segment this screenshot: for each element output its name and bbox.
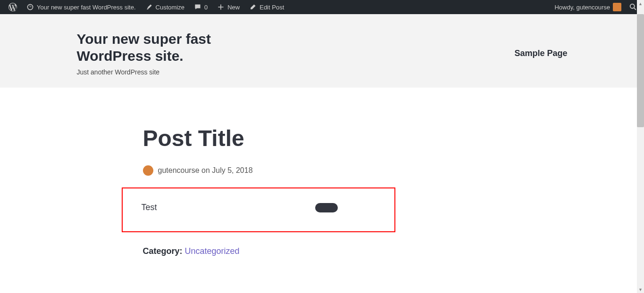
user-avatar-icon xyxy=(613,3,621,11)
customize-label: Customize xyxy=(156,4,184,11)
admin-bar-left: Your new super fast WordPress site. Cust… xyxy=(4,0,289,14)
new-content-menu[interactable]: New xyxy=(212,0,244,14)
wp-admin-bar: Your new super fast WordPress site. Cust… xyxy=(0,0,644,14)
edit-post-label: Edit Post xyxy=(259,4,284,11)
site-tagline: Just another WordPress site xyxy=(77,68,228,76)
pencil-icon xyxy=(249,3,257,11)
scrollbar-track[interactable]: ▲ ▼ xyxy=(637,0,644,293)
nav-sample-page[interactable]: Sample Page xyxy=(514,49,567,58)
scroll-up-arrow-icon[interactable]: ▲ xyxy=(637,0,644,7)
new-label: New xyxy=(227,4,240,11)
post-meta: gutencourse on July 5, 2018 xyxy=(143,165,520,176)
plus-icon xyxy=(217,3,225,11)
edit-post-menu[interactable]: Edit Post xyxy=(244,0,289,14)
wp-logo-menu[interactable] xyxy=(4,0,22,14)
author-link[interactable]: gutencourse xyxy=(158,166,200,174)
highlighted-content-box: Test xyxy=(122,187,395,232)
comments-count: 0 xyxy=(204,4,208,11)
site-name-menu[interactable]: Your new super fast WordPress site. xyxy=(22,0,141,14)
site-title[interactable]: Your new super fast WordPress site. xyxy=(77,31,228,65)
author-avatar-icon xyxy=(143,165,153,176)
customize-menu[interactable]: Customize xyxy=(141,0,189,14)
post-body-text: Test xyxy=(137,203,157,212)
admin-bar-right: Howdy, gutencourse xyxy=(550,0,640,14)
dashboard-icon xyxy=(26,3,34,11)
brush-icon xyxy=(145,3,153,11)
site-branding: Your new super fast WordPress site. Just… xyxy=(77,31,228,76)
post-date-link[interactable]: July 5, 2018 xyxy=(212,166,252,174)
category-line: Category: Uncategorized xyxy=(143,246,520,256)
comments-menu[interactable]: 0 xyxy=(189,0,212,14)
post-meta-text: gutencourse on July 5, 2018 xyxy=(158,166,253,175)
category-link[interactable]: Uncategorized xyxy=(185,246,240,256)
scroll-down-arrow-icon[interactable]: ▼ xyxy=(637,286,644,293)
content-pill-shape xyxy=(315,203,338,212)
category-label: Category: xyxy=(143,246,183,256)
wordpress-logo-icon xyxy=(8,3,17,11)
account-menu[interactable]: Howdy, gutencourse xyxy=(550,0,626,14)
search-icon xyxy=(629,3,637,11)
site-name-label: Your new super fast WordPress site. xyxy=(37,4,136,11)
post-content: Post Title gutencourse on July 5, 2018 T… xyxy=(124,88,520,293)
scrollbar-thumb[interactable] xyxy=(637,14,644,127)
howdy-label: Howdy, gutencourse xyxy=(554,4,610,11)
site-header: Your new super fast WordPress site. Just… xyxy=(0,14,644,88)
comment-icon xyxy=(194,3,201,11)
post-title: Post Title xyxy=(143,125,520,151)
